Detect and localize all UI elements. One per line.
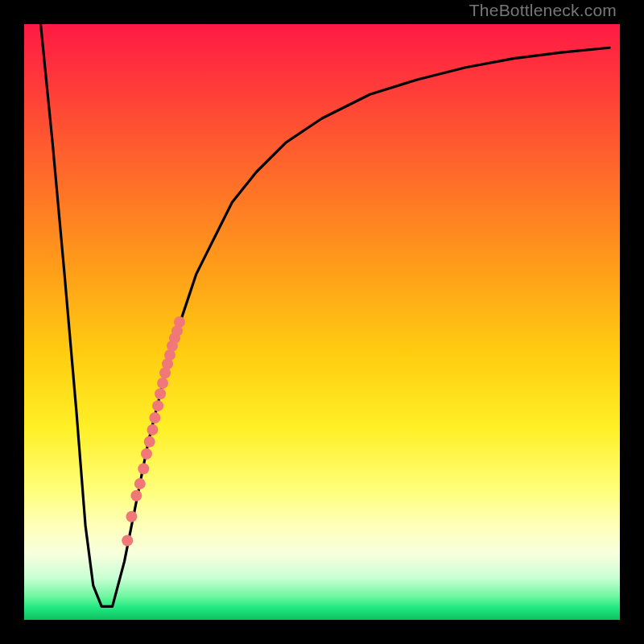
curve-line <box>40 23 609 606</box>
data-marker <box>141 448 152 460</box>
data-marker <box>155 388 166 399</box>
data-marker <box>174 316 185 328</box>
data-marker <box>149 412 160 423</box>
marker-group <box>122 316 185 547</box>
data-marker <box>122 535 133 547</box>
data-marker <box>147 424 158 436</box>
data-marker <box>144 436 155 448</box>
chart-container: TheBottleneck.com <box>0 0 644 644</box>
data-marker <box>134 478 146 489</box>
data-marker <box>126 511 137 522</box>
data-marker <box>138 463 149 474</box>
data-marker <box>157 378 168 389</box>
watermark-text: TheBottleneck.com <box>469 1 617 20</box>
data-marker <box>152 400 163 411</box>
data-marker <box>130 490 142 502</box>
chart-overlay <box>23 23 621 621</box>
